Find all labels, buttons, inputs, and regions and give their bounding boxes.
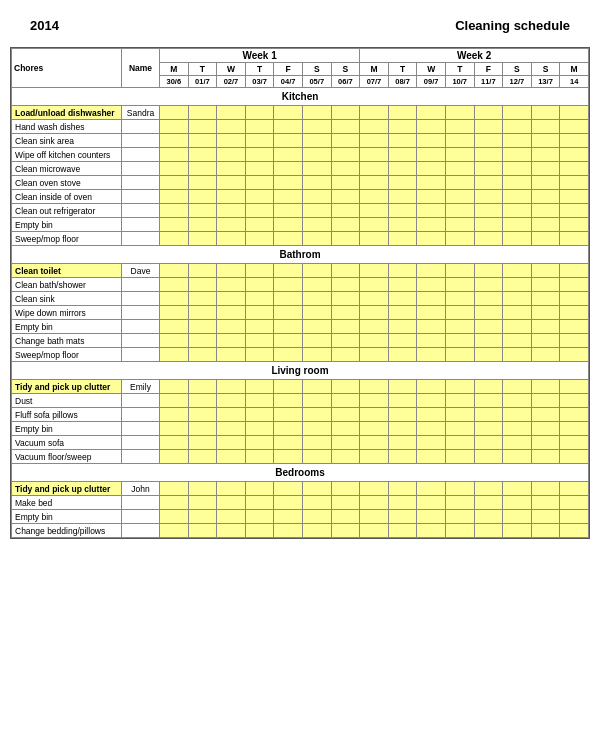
person-name-cell bbox=[122, 278, 160, 292]
chore-name-cell: Clean out refrigerator bbox=[12, 204, 122, 218]
day-cell bbox=[388, 190, 417, 204]
day-cell bbox=[360, 408, 389, 422]
day-cell bbox=[474, 176, 503, 190]
day-cell bbox=[217, 422, 246, 436]
date-027: 02/7 bbox=[217, 76, 246, 88]
day-cell bbox=[188, 348, 217, 362]
day-cell bbox=[331, 334, 360, 348]
day-cell bbox=[531, 306, 560, 320]
day-cell bbox=[360, 348, 389, 362]
chore-name-cell: Clean inside of oven bbox=[12, 190, 122, 204]
chore-name-cell: Make bed bbox=[12, 496, 122, 510]
date-097: 09/7 bbox=[417, 76, 446, 88]
day-cell bbox=[360, 190, 389, 204]
day-cell bbox=[160, 450, 189, 464]
day-cell bbox=[417, 292, 446, 306]
day-cell bbox=[245, 482, 274, 496]
day-cell bbox=[503, 436, 532, 450]
day-cell bbox=[474, 232, 503, 246]
day-cell bbox=[388, 148, 417, 162]
day-cell bbox=[160, 292, 189, 306]
w1-day-T1: T bbox=[188, 63, 217, 76]
day-cell bbox=[331, 232, 360, 246]
table-row: Empty bin bbox=[12, 218, 589, 232]
chore-name-cell: Wipe off kitchen counters bbox=[12, 148, 122, 162]
day-cell bbox=[531, 408, 560, 422]
day-cell bbox=[245, 450, 274, 464]
day-cell bbox=[360, 394, 389, 408]
day-cell bbox=[445, 264, 474, 278]
day-cell bbox=[245, 218, 274, 232]
day-cell bbox=[302, 394, 331, 408]
date-137: 13/7 bbox=[531, 76, 560, 88]
day-cell bbox=[331, 176, 360, 190]
table-row: Clean out refrigerator bbox=[12, 204, 589, 218]
table-row: Empty bin bbox=[12, 510, 589, 524]
day-cell bbox=[503, 204, 532, 218]
day-cell bbox=[245, 348, 274, 362]
day-cell bbox=[245, 264, 274, 278]
day-cell bbox=[445, 218, 474, 232]
day-cell bbox=[417, 204, 446, 218]
day-cell bbox=[503, 134, 532, 148]
day-cell bbox=[360, 496, 389, 510]
day-cell bbox=[274, 496, 303, 510]
day-cell bbox=[217, 148, 246, 162]
day-cell bbox=[531, 148, 560, 162]
day-cell bbox=[160, 120, 189, 134]
week2-header: Week 2 bbox=[360, 49, 589, 63]
day-cell bbox=[302, 496, 331, 510]
day-cell bbox=[360, 232, 389, 246]
day-cell bbox=[560, 450, 589, 464]
day-cell bbox=[388, 306, 417, 320]
day-cell bbox=[245, 134, 274, 148]
day-cell bbox=[503, 320, 532, 334]
day-cell bbox=[331, 380, 360, 394]
day-cell bbox=[417, 394, 446, 408]
day-cell bbox=[445, 394, 474, 408]
person-name-cell bbox=[122, 218, 160, 232]
day-cell bbox=[560, 496, 589, 510]
day-cell bbox=[302, 348, 331, 362]
day-cell bbox=[188, 204, 217, 218]
day-cell bbox=[474, 408, 503, 422]
day-cell bbox=[274, 218, 303, 232]
day-cell bbox=[531, 394, 560, 408]
day-cell bbox=[331, 450, 360, 464]
section-title: Living room bbox=[12, 362, 589, 380]
day-cell bbox=[445, 422, 474, 436]
day-cell bbox=[417, 232, 446, 246]
day-cell bbox=[445, 176, 474, 190]
day-cell bbox=[274, 232, 303, 246]
day-cell bbox=[245, 292, 274, 306]
day-cell bbox=[331, 120, 360, 134]
day-cell bbox=[503, 450, 532, 464]
day-cell bbox=[160, 320, 189, 334]
day-cell bbox=[474, 334, 503, 348]
day-cell bbox=[503, 334, 532, 348]
day-cell bbox=[302, 232, 331, 246]
day-cell bbox=[245, 408, 274, 422]
day-cell bbox=[503, 232, 532, 246]
chore-name-cell: Empty bin bbox=[12, 320, 122, 334]
chores-col-header: Chores bbox=[12, 49, 122, 88]
day-cell bbox=[388, 408, 417, 422]
day-cell bbox=[331, 436, 360, 450]
day-cell bbox=[302, 334, 331, 348]
day-cell bbox=[360, 510, 389, 524]
day-cell bbox=[503, 510, 532, 524]
day-cell bbox=[417, 148, 446, 162]
day-cell bbox=[503, 120, 532, 134]
day-cell bbox=[503, 408, 532, 422]
table-row: Fluff sofa pillows bbox=[12, 408, 589, 422]
day-cell bbox=[274, 162, 303, 176]
day-cell bbox=[474, 292, 503, 306]
day-cell bbox=[331, 348, 360, 362]
day-cell bbox=[531, 348, 560, 362]
day-cell bbox=[245, 204, 274, 218]
day-cell bbox=[417, 524, 446, 538]
day-cell bbox=[445, 162, 474, 176]
day-cell bbox=[474, 380, 503, 394]
table-row: Clean microwave bbox=[12, 162, 589, 176]
chore-name-cell: Fluff sofa pillows bbox=[12, 408, 122, 422]
